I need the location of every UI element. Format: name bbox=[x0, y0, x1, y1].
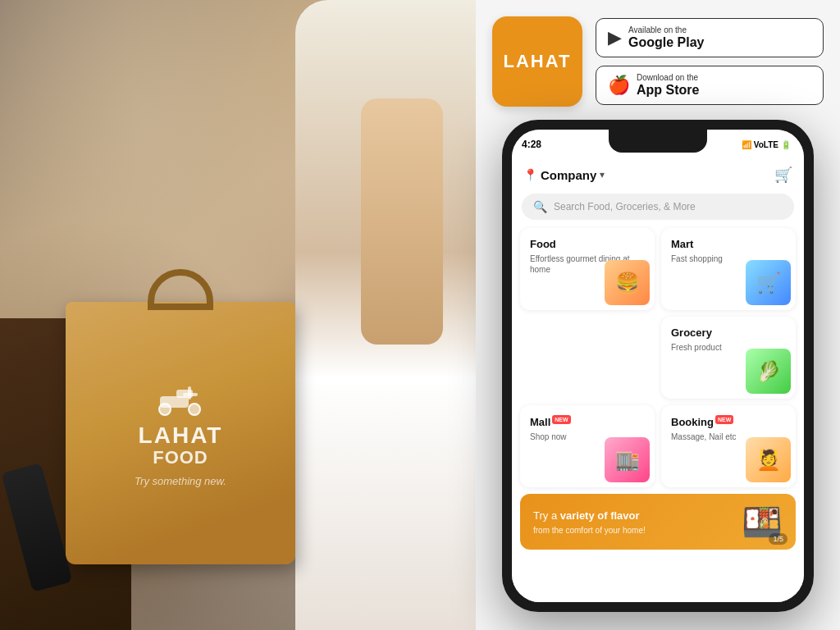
app-store-big: App Store bbox=[637, 82, 699, 98]
status-icons: 📶 VoLTE 🔋 bbox=[742, 140, 791, 149]
paper-bag: LAHAT FOOD Try something new. bbox=[66, 302, 295, 564]
mall-illustration: 🏬 bbox=[605, 437, 650, 482]
bag-brand-name: LAHAT bbox=[135, 424, 226, 447]
svg-point-2 bbox=[159, 404, 171, 415]
svg-point-3 bbox=[189, 404, 200, 415]
google-play-text: Available on the Google Play bbox=[628, 25, 704, 50]
phone-mockup: 4:28 📶 VoLTE 🔋 📍 Company ▾ 🛒 bbox=[502, 120, 814, 612]
grocery-title: Grocery bbox=[671, 326, 786, 340]
apple-icon: 🍎 bbox=[608, 75, 630, 96]
grocery-service-card[interactable]: Grocery Fresh product 🥬 bbox=[661, 317, 796, 399]
promo-text: Try a variety of flavor from the comfort… bbox=[533, 509, 646, 534]
location-name: Company bbox=[541, 168, 596, 182]
promo-counter: 1/5 bbox=[769, 533, 788, 545]
booking-illus-icon: 💆 bbox=[746, 437, 791, 482]
booking-title: BookingNEW bbox=[671, 415, 786, 430]
bag-tagline: Try something new. bbox=[135, 475, 226, 487]
location-pin-icon: 📍 bbox=[523, 168, 537, 181]
phone-screen: 4:28 📶 VoLTE 🔋 📍 Company ▾ 🛒 bbox=[512, 130, 804, 602]
promo-title: Try a variety of flavor bbox=[533, 509, 646, 523]
status-time: 4:28 bbox=[522, 139, 541, 150]
search-icon: 🔍 bbox=[533, 200, 547, 213]
wifi-icon: 📶 bbox=[742, 140, 751, 149]
booking-service-card[interactable]: BookingNEW Massage, Nail etc 💆 bbox=[661, 405, 796, 487]
app-store-small: Download on the bbox=[637, 73, 699, 82]
google-play-small: Available on the bbox=[628, 25, 704, 34]
phone-notch bbox=[609, 130, 707, 153]
mall-illus-icon: 🏬 bbox=[605, 437, 650, 482]
mart-title: Mart bbox=[671, 238, 786, 252]
store-badges: ▶ Available on the Google Play 🍎 Downloa… bbox=[596, 18, 824, 105]
mall-title: MallNEW bbox=[530, 415, 645, 430]
search-bar[interactable]: 🔍 Search Food, Groceries, & More bbox=[522, 194, 794, 220]
svg-rect-5 bbox=[183, 393, 198, 396]
google-play-badge[interactable]: ▶ Available on the Google Play bbox=[596, 18, 824, 57]
mart-illus-icon: 🛒 bbox=[746, 260, 791, 305]
google-play-icon: ▶ bbox=[608, 27, 622, 48]
food-illus-icon: 🍔 bbox=[605, 260, 650, 305]
location-chevron-icon: ▾ bbox=[600, 169, 605, 180]
lahat-logo-text: LAHAT bbox=[504, 51, 572, 72]
location-bar[interactable]: 📍 Company ▾ 🛒 bbox=[512, 159, 804, 190]
mart-service-card[interactable]: Mart Fast shopping 🛒 bbox=[661, 228, 796, 310]
top-section: LAHAT ▶ Available on the Google Play 🍎 D… bbox=[492, 16, 824, 107]
mart-illustration: 🛒 bbox=[746, 260, 791, 305]
google-play-big: Google Play bbox=[628, 34, 704, 50]
left-photo-panel: LAHAT FOOD Try something new. bbox=[0, 0, 476, 630]
mall-new-badge: NEW bbox=[552, 415, 570, 424]
bag-logo-content: LAHAT FOOD Try something new. bbox=[135, 380, 226, 487]
search-placeholder-text: Search Food, Groceries, & More bbox=[554, 201, 696, 212]
right-panel: LAHAT ▶ Available on the Google Play 🍎 D… bbox=[476, 0, 840, 630]
food-title: Food bbox=[530, 238, 645, 252]
bag-brand-sub: FOOD bbox=[135, 447, 226, 468]
food-service-card[interactable]: Food Effortless gourmet dining at home 🍔 bbox=[520, 228, 655, 310]
app-content: 📍 Company ▾ 🛒 🔍 Search Food, Groceries, … bbox=[512, 159, 804, 602]
lahat-logo: LAHAT bbox=[492, 16, 582, 107]
grocery-illus-icon: 🥬 bbox=[746, 349, 791, 394]
grocery-illustration: 🥬 bbox=[746, 349, 791, 394]
location-left: 📍 Company ▾ bbox=[523, 168, 605, 182]
signal-icon: VoLTE bbox=[754, 140, 778, 149]
photo-background: LAHAT FOOD Try something new. bbox=[0, 0, 476, 630]
booking-illustration: 💆 bbox=[746, 437, 791, 482]
promo-subtitle: from the comfort of your home! bbox=[533, 526, 646, 535]
battery-icon: 🔋 bbox=[781, 140, 791, 149]
food-illustration: 🍔 bbox=[605, 260, 650, 305]
cart-icon[interactable]: 🛒 bbox=[774, 166, 792, 184]
promo-banner[interactable]: Try a variety of flavor from the comfort… bbox=[520, 494, 796, 550]
app-store-badge[interactable]: 🍎 Download on the App Store bbox=[596, 66, 824, 105]
person-arm-right bbox=[361, 98, 443, 345]
app-store-text: Download on the App Store bbox=[637, 73, 699, 98]
booking-new-badge: NEW bbox=[715, 415, 733, 424]
mall-service-card[interactable]: MallNEW Shop now 🏬 bbox=[520, 405, 655, 487]
service-grid: Food Effortless gourmet dining at home 🍔… bbox=[512, 228, 804, 494]
